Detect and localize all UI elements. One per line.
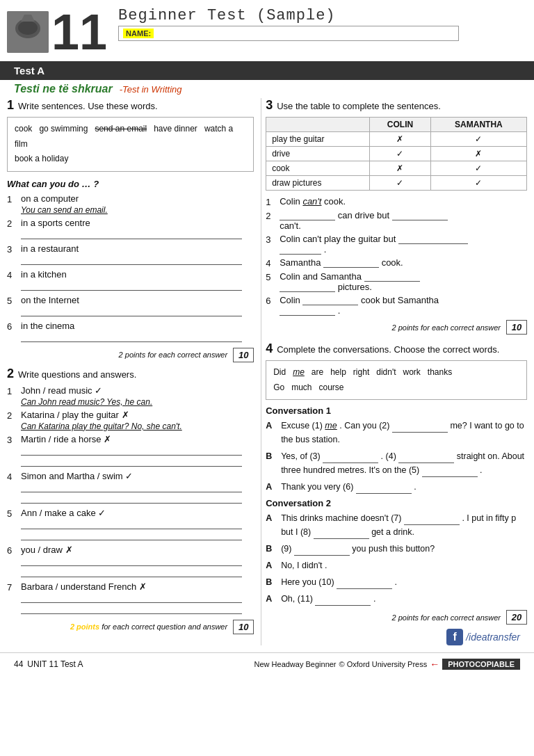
s3-item-1: 1 Colin can't cook. — [266, 196, 527, 207]
header-image — [7, 11, 49, 53]
section2-item-2: 2 Katarina / play the guitar ✗ Can Katar… — [7, 410, 254, 431]
table-row: cook ✗ ✓ — [266, 161, 527, 176]
section2-heading: 2 Write questions and answers. — [7, 367, 254, 381]
subtitle-english: -Test in Writting — [120, 84, 182, 95]
conversation2-heading: Conversation 2 — [266, 498, 527, 508]
section1-item-1: 1 on a computer You can send an email. — [7, 193, 254, 215]
section3-points-box: 10 — [506, 320, 527, 335]
section3-num: 3 — [266, 98, 273, 113]
item1-text: on a computer — [21, 193, 254, 204]
section2-title: Write questions and answers. — [18, 369, 136, 380]
table-row: draw pictures ✓ ✓ — [266, 176, 527, 191]
section2-points-box: 10 — [233, 620, 254, 634]
main-content: 1 Write sentences. Use these words. cook… — [0, 98, 534, 645]
table-header-colin: COLIN — [370, 118, 431, 132]
s3-item-3: 3 Colin can't play the guitar but . — [266, 234, 527, 255]
col-right: 3 Use the table to complete the sentence… — [261, 98, 527, 645]
s3-item-6: 6 Colin cook but Samantha . — [266, 295, 527, 316]
footer-page: 44 — [14, 659, 23, 669]
section3-points-text: 2 points for each correct answer — [391, 323, 501, 332]
footer-right: New Headway Beginner © Oxford University… — [254, 659, 520, 670]
conversation1-heading: Conversation 1 — [266, 405, 527, 416]
conv2-line-B1: B (9) you push this button? — [266, 542, 527, 556]
page-title: Beginner Test (Sample) — [118, 7, 520, 24]
s2-item1-answer: Can John read music? Yes, he can. — [21, 397, 254, 407]
col-left: 1 Write sentences. Use these words. cook… — [7, 98, 261, 645]
word-book-holiday: book a holiday — [15, 154, 68, 163]
section4-points-text: 2 points for each correct answer — [391, 613, 501, 622]
fb-text: /ideatransfer — [466, 632, 520, 643]
section1-item-6: 6 in the cinema — [7, 321, 254, 344]
section3: 3 Use the table to complete the sentence… — [266, 98, 527, 335]
footer-left: 44 UNIT 11 Test A — [14, 659, 83, 669]
section4-num: 4 — [266, 341, 273, 356]
unit-number: 11 — [51, 7, 107, 57]
section1-points-text: 2 points for each correct answer — [119, 351, 228, 359]
facebook-icon: f /ideatransfer — [446, 629, 520, 645]
section4-title: Complete the conversations. Choose the c… — [277, 344, 499, 355]
conv1-line-B1: B Yes, of (3) . (4) straight on. About t… — [266, 449, 527, 477]
section4: 4 Complete the conversations. Choose the… — [266, 341, 527, 645]
section1-heading: 1 Write sentences. Use these words. — [7, 98, 254, 113]
section1-num: 1 — [7, 98, 14, 113]
section1-item-5: 5 on the Internet — [7, 295, 254, 318]
s3-item-5: 5 Colin and Samantha pictures. — [266, 271, 527, 292]
s2-item2-answer: Can Katarina play the guitar? No, she ca… — [21, 421, 254, 431]
section2-item-4: 4 Simon and Martha / swim ✓ — [7, 471, 254, 505]
social-row: f /ideatransfer — [266, 629, 527, 645]
s3-item-4: 4 Samantha cook. — [266, 257, 527, 268]
section2: 2 Write questions and answers. 1 John / … — [7, 367, 254, 634]
section2-item-1: 1 John / read music ✓ Can John read musi… — [7, 385, 254, 407]
section3-points: 2 points for each correct answer 10 — [266, 320, 527, 335]
item1-answer: You can send an email. — [21, 205, 254, 215]
section2-item-5: 5 Ann / make a cake ✓ — [7, 508, 254, 542]
section2-item-7: 7 Barbara / understand French ✗ — [7, 581, 254, 616]
word-send-email: send an email — [95, 124, 147, 134]
subtitle-line: Testi ne të shkruar -Test in Writting — [0, 80, 534, 98]
section2-item-3: 3 Martin / ride a horse ✗ — [7, 434, 254, 468]
footer-publisher: New Headway Beginner — [254, 660, 337, 668]
header-number-img: 11 — [7, 7, 107, 57]
subtitle-albanian: Testi ne të shkruar — [14, 83, 113, 95]
footer-unit: UNIT 11 Test A — [27, 659, 83, 669]
word-cook: cook — [15, 124, 32, 134]
test-a-bar: Test A — [0, 61, 534, 80]
section1-word-box: cook go swimming send an email have dinn… — [7, 117, 254, 172]
table-row: drive ✓ ✗ — [266, 147, 527, 161]
section4-word-box: Did me are help right didn't work thanks… — [266, 360, 527, 400]
conv2-line-A3: A Oh, (11) . — [266, 592, 527, 606]
conv2-line-A2: A No, I didn't . — [266, 558, 527, 572]
conv2-line-B2: B Here you (10) . — [266, 575, 527, 589]
section1-title: Write sentences. Use these words. — [18, 101, 158, 111]
section4-points: 2 points for each correct answer 20 — [266, 610, 527, 625]
footer-bar: 44 UNIT 11 Test A New Headway Beginner ©… — [0, 652, 534, 675]
s3-item-2: 2 can drive but can't. — [266, 210, 527, 231]
photocopiable-label: PHOTOCOPIABLE — [442, 659, 520, 670]
table-row: play the guitar ✗ ✓ — [266, 132, 527, 147]
table-header-samantha: SAMANTHA — [430, 118, 526, 132]
section1-prompt: What can you do … ? — [7, 179, 254, 189]
ability-table: COLIN SAMANTHA play the guitar ✗ ✓ drive… — [266, 117, 527, 191]
section1-points-box: 10 — [233, 348, 254, 362]
conv1-line-A2: A Thank you very (6) . — [266, 480, 527, 494]
section2-points: 2 points for each correct question and a… — [7, 620, 254, 634]
section3-heading: 3 Use the table to complete the sentence… — [266, 98, 527, 113]
word-go-swimming: go swimming — [39, 124, 88, 134]
section1-item-2: 2 in a sports centre — [7, 218, 254, 241]
section2-num: 2 — [7, 367, 14, 381]
header: 11 Beginner Test (Sample) NAME: — [0, 0, 534, 57]
footer-copyright: © Oxford University Press — [339, 660, 428, 668]
section1: 1 Write sentences. Use these words. cook… — [7, 98, 254, 362]
section1-item-3: 3 in a restaurant — [7, 243, 254, 266]
table-header-skill — [266, 118, 370, 132]
word-have-dinner: have dinner — [154, 124, 197, 134]
conv1-line-A1: A Excuse (1) me . Can you (2) me? I want… — [266, 419, 527, 447]
fb-f-icon: f — [446, 629, 463, 645]
name-label: NAME: — [123, 29, 154, 38]
header-right: Beginner Test (Sample) NAME: — [118, 7, 520, 41]
section3-title: Use the table to complete the sentences. — [277, 101, 441, 111]
section2-points-highlight: 2 points for each correct question and a… — [70, 622, 227, 631]
arrow-icon: ← — [430, 659, 439, 670]
section2-item-6: 6 you / draw ✗ — [7, 545, 254, 579]
section4-points-box: 20 — [506, 610, 527, 625]
